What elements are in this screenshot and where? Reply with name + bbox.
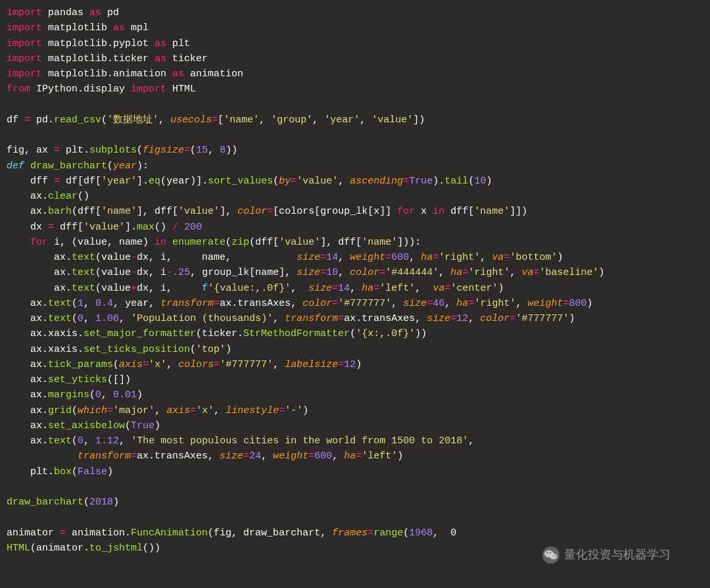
code-line: import matplotlib.animation as animation <box>7 68 243 80</box>
svg-point-4 <box>550 552 551 554</box>
code-line: ax.xaxis.set_major_formatter(ticker.StrM… <box>7 328 427 339</box>
code-line: ax.clear() <box>7 191 89 202</box>
code-line: ax.text(value-dx, i-.25, group_lk[name],… <box>7 267 605 278</box>
svg-point-3 <box>547 552 548 554</box>
code-line: ax.tick_params(axis='x', colors='#777777… <box>7 359 362 370</box>
code-line: for i, (value, name) in enumerate(zip(df… <box>7 237 421 248</box>
code-line: ax.text(value-dx, i, name, size=14, weig… <box>7 252 563 263</box>
svg-point-5 <box>552 555 553 556</box>
code-line: ax.text(0, 1.06, 'Population (thousands)… <box>7 313 575 324</box>
code-line: transform=ax.transAxes, size=24, weight=… <box>7 451 403 462</box>
code-line: plt.box(False) <box>7 466 113 478</box>
code-line: ax.text(0, 1.12, 'The most populous citi… <box>7 435 474 447</box>
code-line: dx = dff['value'].max() / 200 <box>7 222 202 233</box>
wechat-watermark-text: 量化投资与机器学习 <box>564 546 671 564</box>
code-line: draw_barchart(2018) <box>7 497 119 508</box>
code-line: ax.margins(0, 0.01) <box>7 389 143 401</box>
code-line: import matplotlib as mpl <box>7 22 149 34</box>
code-line: import matplotlib.ticker as ticker <box>7 53 208 64</box>
code-line: animator = animation.FuncAnimation(fig, … <box>7 527 456 539</box>
code-line: from IPython.display import HTML <box>7 84 196 95</box>
code-line: fig, ax = plt.subplots(figsize=(15, 8)) <box>7 145 237 156</box>
code-line: import matplotlib.pyplot as plt <box>7 38 190 49</box>
code-line: ax.set_yticks([]) <box>7 374 131 385</box>
code-editor: import pandas as pd import matplotlib as… <box>7 5 703 556</box>
code-line: df = pd.read_csv('数据地址', usecols=['name'… <box>7 114 425 126</box>
code-line: import pandas as pd <box>7 7 119 18</box>
code-line: ax.grid(which='major', axis='x', linesty… <box>7 405 308 416</box>
code-line: ax.xaxis.set_ticks_position('top') <box>7 344 231 355</box>
wechat-icon <box>542 546 560 564</box>
code-line: def draw_barchart(year): <box>7 160 149 172</box>
code-line: ax.text(value+dx, i, f'{value:,.0f}', si… <box>7 283 504 294</box>
code-line: HTML(animator.to_jshtml()) <box>7 543 160 554</box>
svg-point-6 <box>554 555 556 556</box>
code-line: dff = df[df['year'].eq(year)].sort_value… <box>7 176 492 187</box>
code-line: ax.set_axisbelow(True) <box>7 420 160 431</box>
code-line: ax.text(1, 0.4, year, transform=ax.trans… <box>7 298 593 309</box>
code-line: ax.barh(dff['name'], dff['value'], color… <box>7 206 527 217</box>
wechat-watermark: 量化投资与机器学习 <box>542 546 671 564</box>
svg-point-2 <box>550 554 557 560</box>
